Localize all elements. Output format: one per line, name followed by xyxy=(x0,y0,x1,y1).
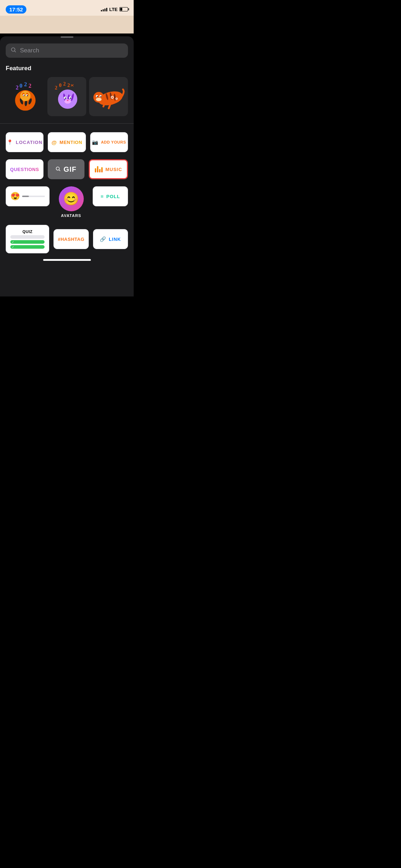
svg-point-25 xyxy=(70,98,71,99)
music-label: MUSIC xyxy=(106,167,122,172)
svg-text:2: 2 xyxy=(16,84,19,91)
hashtag-label: #HASHTAG xyxy=(58,237,84,242)
questions-sticker-button[interactable]: QUESTIONS xyxy=(6,159,43,179)
battery-icon xyxy=(119,7,128,11)
svg-point-44 xyxy=(112,97,113,98)
sticker-grid: 📍 LOCATION @ MENTION 📷 ADD YOURS QUESTIO… xyxy=(0,132,134,253)
addyours-sticker-button[interactable]: 📷 ADD YOURS xyxy=(90,132,128,152)
addyours-label: ADD YOURS xyxy=(101,140,126,144)
featured-item-2[interactable]: 2 0 2 2 xyxy=(47,77,86,116)
signal-icon xyxy=(101,7,107,11)
svg-text:0: 0 xyxy=(59,82,61,88)
svg-point-12 xyxy=(27,95,28,96)
quiz-sticker-button[interactable]: QUIZ ✓ ✓ xyxy=(6,225,49,253)
avatars-label: AVATARS xyxy=(61,213,81,218)
svg-line-1 xyxy=(15,51,16,52)
music-bars-icon xyxy=(95,166,103,172)
search-icon xyxy=(11,47,16,54)
hashtag-sticker-button[interactable]: #HASHTAG xyxy=(53,229,88,249)
location-icon: 📍 xyxy=(7,139,13,145)
addyours-icon: 📷 xyxy=(92,139,98,145)
mention-icon: @ xyxy=(51,139,57,145)
location-label: LOCATION xyxy=(16,140,42,145)
sticker-row-3: 😍 😊 AVATARS ≡ POLL xyxy=(6,186,128,218)
questions-label: QUESTIONS xyxy=(10,167,39,172)
sticker-row-1: 📍 LOCATION @ MENTION 📷 ADD YOURS xyxy=(6,132,128,152)
featured-stickers-row: 2 0 2 2 xyxy=(0,77,134,123)
location-sticker-button[interactable]: 📍 LOCATION xyxy=(6,132,43,152)
status-time: 17:52 xyxy=(6,5,26,14)
link-icon: 🔗 xyxy=(100,236,106,242)
status-icons: LTE xyxy=(101,7,128,12)
svg-point-24 xyxy=(65,98,66,99)
carrier-label: LTE xyxy=(109,7,118,12)
quiz-title: QUIZ xyxy=(22,229,32,234)
svg-text:2: 2 xyxy=(63,81,66,87)
svg-text:2: 2 xyxy=(55,85,57,91)
search-bar[interactable]: Search xyxy=(6,43,128,58)
svg-text:2: 2 xyxy=(67,82,70,88)
svg-point-46 xyxy=(116,98,117,99)
avatar-circle: 😊 xyxy=(59,186,84,211)
drag-handle[interactable] xyxy=(61,36,73,38)
emoji-slider-track xyxy=(22,196,45,197)
featured-item-1[interactable]: 2 0 2 2 xyxy=(6,77,45,116)
svg-point-42 xyxy=(100,96,101,97)
link-label: LINK xyxy=(109,237,121,242)
sticker-row-4: QUIZ ✓ ✓ #HASHTAG 🔗 LINK xyxy=(6,225,128,253)
svg-point-6 xyxy=(20,91,30,101)
section-divider xyxy=(0,123,134,124)
gif-search-icon xyxy=(56,166,61,172)
featured-label: Featured xyxy=(0,65,134,77)
svg-line-50 xyxy=(59,170,60,171)
mention-sticker-button[interactable]: @ MENTION xyxy=(48,132,86,152)
svg-point-38 xyxy=(96,98,102,101)
music-sticker-button[interactable]: MUSIC xyxy=(89,159,128,179)
svg-point-26 xyxy=(67,100,68,101)
svg-text:0: 0 xyxy=(19,83,22,89)
poll-label: POLL xyxy=(106,194,120,199)
svg-text:2: 2 xyxy=(29,83,31,89)
top-background xyxy=(0,16,134,33)
home-indicator xyxy=(43,259,91,261)
svg-text:2: 2 xyxy=(24,81,27,88)
quiz-bar-correct-2: ✓ xyxy=(10,245,45,249)
emoji-slider-sticker-button[interactable]: 😍 xyxy=(6,186,50,206)
quiz-check-icon-2: ✓ xyxy=(12,246,14,249)
emoji-slider-emoji: 😍 xyxy=(10,192,20,201)
gif-sticker-button[interactable]: GIF xyxy=(48,159,85,179)
quiz-bar-correct: ✓ xyxy=(10,240,45,244)
avatars-sticker-container[interactable]: 😊 AVATARS xyxy=(54,186,88,218)
poll-icon: ≡ xyxy=(101,193,103,199)
search-placeholder-text: Search xyxy=(20,47,39,54)
quiz-check-icon: ✓ xyxy=(12,241,14,244)
emoji-slider-fill xyxy=(22,196,29,197)
svg-point-41 xyxy=(97,96,98,97)
sticker-row-2: QUESTIONS GIF MUSIC xyxy=(6,159,128,179)
svg-point-11 xyxy=(24,95,25,96)
mention-label: MENTION xyxy=(60,140,82,145)
quiz-bar-empty xyxy=(10,235,45,239)
status-bar: 17:52 LTE xyxy=(0,0,134,16)
gif-label: GIF xyxy=(63,165,76,174)
avatar-emoji: 😊 xyxy=(63,192,79,205)
poll-sticker-button[interactable]: ≡ POLL xyxy=(93,186,128,206)
link-sticker-button[interactable]: 🔗 LINK xyxy=(93,229,128,249)
sticker-picker-sheet: Search Featured 2 xyxy=(0,36,134,296)
featured-item-3[interactable] xyxy=(89,77,128,116)
